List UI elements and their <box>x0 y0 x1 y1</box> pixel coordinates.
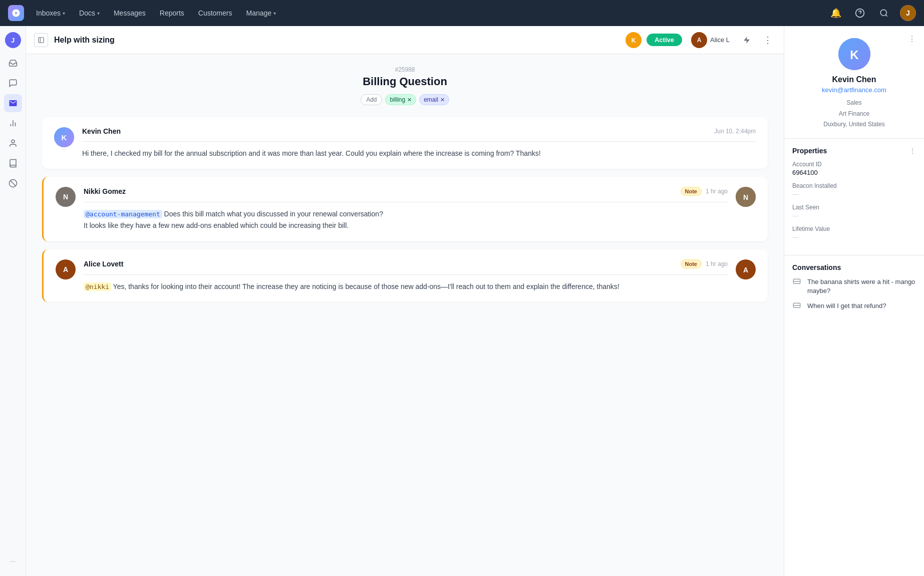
more-options-icon[interactable]: ⋮ <box>760 32 776 48</box>
nav-customers[interactable]: Customers <box>192 6 238 20</box>
sidebar-icon-email[interactable] <box>4 94 22 112</box>
note-badge-2: Note <box>681 259 702 268</box>
nav-manage[interactable]: Manage ▾ <box>240 6 282 20</box>
message-author-1: Kevin Chen <box>82 127 121 135</box>
message-card-1: K Kevin Chen Jun 10, 2:44pm Hi there, I … <box>42 117 768 169</box>
conversation-icon-1 <box>792 278 802 288</box>
sidebar-icon-book[interactable] <box>4 154 22 172</box>
svg-rect-9 <box>39 37 44 43</box>
message-text-1: Hi there, I checked my bill for the annu… <box>82 148 756 159</box>
svg-line-3 <box>885 15 887 16</box>
left-sidebar: J ··· <box>0 26 26 576</box>
note-text-2: @nikki Yes, thanks for looking into thei… <box>84 281 728 293</box>
property-beacon-installed: Beacon Installed — <box>792 182 916 198</box>
tag-email[interactable]: email ✕ <box>419 94 449 105</box>
search-icon[interactable] <box>876 5 892 21</box>
nav-right: 🔔 J <box>828 5 916 21</box>
note-agent-avatar-2: A <box>736 259 756 293</box>
message-avatar-2: N <box>56 187 76 207</box>
note-time-1: 1 hr ago <box>706 188 728 195</box>
content-area: Help with sizing K Active A Alice L ⋮ <box>26 26 784 576</box>
note-time-2: 1 hr ago <box>706 260 728 267</box>
contact-meta: Sales Art Finance Duxbury, United States <box>823 98 885 130</box>
message-content-1: Kevin Chen Jun 10, 2:44pm Hi there, I ch… <box>82 127 756 159</box>
message-avatar-3: A <box>56 259 76 279</box>
conversation-title: Help with sizing <box>54 36 115 45</box>
nav-inboxes[interactable]: Inboxes ▾ <box>30 6 71 20</box>
contact-more-icon[interactable]: ⋮ <box>908 34 916 44</box>
message-header-1: Kevin Chen Jun 10, 2:44pm <box>82 127 756 135</box>
lightning-icon[interactable] <box>739 32 755 48</box>
logo[interactable] <box>8 5 24 21</box>
conversations-title: Conversations <box>792 263 916 271</box>
nav-reports[interactable]: Reports <box>154 6 190 20</box>
nav-messages[interactable]: Messages <box>108 6 152 20</box>
note-meta-2: Note 1 hr ago <box>681 259 728 268</box>
properties-section: Properties ⋮ Account ID 6964100 Beacon I… <box>784 139 924 255</box>
notifications-icon[interactable]: 🔔 <box>828 5 844 21</box>
sidebar-icon-contacts[interactable] <box>4 134 22 152</box>
add-tag-button[interactable]: Add <box>361 94 382 105</box>
conv-header-right: K Active A Alice L ⋮ <box>626 30 776 50</box>
tag-billing[interactable]: billing ✕ <box>385 94 416 105</box>
user-avatar-nav[interactable]: J <box>900 5 916 21</box>
note-card-1: N Nikki Gomez Note 1 hr ago @account-man… <box>42 177 768 241</box>
sidebar-icon-inbox[interactable] <box>4 54 22 72</box>
properties-more-icon[interactable]: ⋮ <box>909 147 916 155</box>
mention-account-management: @account-management <box>84 210 162 218</box>
conversation-item-text-2: When will I get that refund? <box>807 302 886 311</box>
svg-text:K: K <box>850 48 859 62</box>
property-lifetime-value: Lifetime Value — <box>792 225 916 241</box>
note-author-1: Nikki Gomez <box>84 187 126 195</box>
top-nav: Inboxes ▾ Docs ▾ Messages Reports Custom… <box>0 0 924 26</box>
user-avatar-sidebar[interactable]: J <box>5 32 21 48</box>
sidebar-icon-chat[interactable] <box>4 74 22 92</box>
note-header-1: Nikki Gomez Note 1 hr ago <box>84 187 728 196</box>
svg-text:J: J <box>906 9 910 17</box>
note-badge-1: Note <box>681 187 702 196</box>
message-time-1: Jun 10, 2:44pm <box>714 128 756 135</box>
remove-tag-email[interactable]: ✕ <box>440 97 445 103</box>
conversation-item-2[interactable]: When will I get that refund? <box>792 302 916 312</box>
ticket-tags: Add billing ✕ email ✕ <box>42 94 768 105</box>
status-badge[interactable]: Active <box>647 34 682 46</box>
note-content-1: Nikki Gomez Note 1 hr ago @account-manag… <box>84 187 728 231</box>
conversation-body: #25988 Billing Question Add billing ✕ em… <box>26 54 784 576</box>
remove-tag-billing[interactable]: ✕ <box>407 97 412 103</box>
chevron-down-icon: ▾ <box>273 11 276 16</box>
ticket-info: #25988 Billing Question Add billing ✕ em… <box>42 66 768 105</box>
ticket-number: #25988 <box>42 66 768 73</box>
note-author-2: Alice Lovett <box>84 260 123 268</box>
properties-title: Properties <box>792 147 827 155</box>
contact-avatar: K <box>838 38 870 70</box>
svg-text:K: K <box>632 37 636 44</box>
sidebar-more[interactable]: ··· <box>4 552 22 570</box>
conversations-section: Conversations The banana shirts were a h… <box>784 255 924 326</box>
conversation-header: Help with sizing K Active A Alice L ⋮ <box>26 26 784 54</box>
sidebar-icon-ban[interactable] <box>4 174 22 192</box>
agent-avatar: A <box>691 32 707 48</box>
customer-avatar-header: K <box>626 32 642 48</box>
contact-name: Kevin Chen <box>832 75 876 84</box>
sidebar-icon-reports[interactable] <box>4 114 22 132</box>
mention-nikki: @nikki <box>84 282 111 291</box>
note-header-2: Alice Lovett Note 1 hr ago <box>84 259 728 268</box>
right-sidebar: K ⋮ Kevin Chen kevin@artfinance.com Sale… <box>784 26 924 576</box>
conversation-icon-2 <box>792 302 802 312</box>
contact-email[interactable]: kevin@artfinance.com <box>822 86 886 94</box>
chevron-down-icon: ▾ <box>63 11 65 16</box>
nav-docs[interactable]: Docs ▾ <box>73 6 106 20</box>
svg-point-2 <box>880 10 886 16</box>
ticket-title: Billing Question <box>42 75 768 88</box>
property-account-id: Account ID 6964100 <box>792 161 916 176</box>
conversation-item-1[interactable]: The banana shirts were a hit - mango may… <box>792 277 916 296</box>
help-icon[interactable] <box>852 5 868 21</box>
svg-text:A: A <box>743 266 748 274</box>
svg-line-8 <box>10 181 16 186</box>
properties-section-header: Properties ⋮ <box>792 147 916 155</box>
conversation-item-text-1: The banana shirts were a hit - mango may… <box>807 277 916 296</box>
sidebar-toggle-icon[interactable] <box>34 33 48 47</box>
svg-point-6 <box>12 140 15 143</box>
agent-selector[interactable]: A Alice L <box>687 30 734 50</box>
svg-text:K: K <box>62 133 67 142</box>
